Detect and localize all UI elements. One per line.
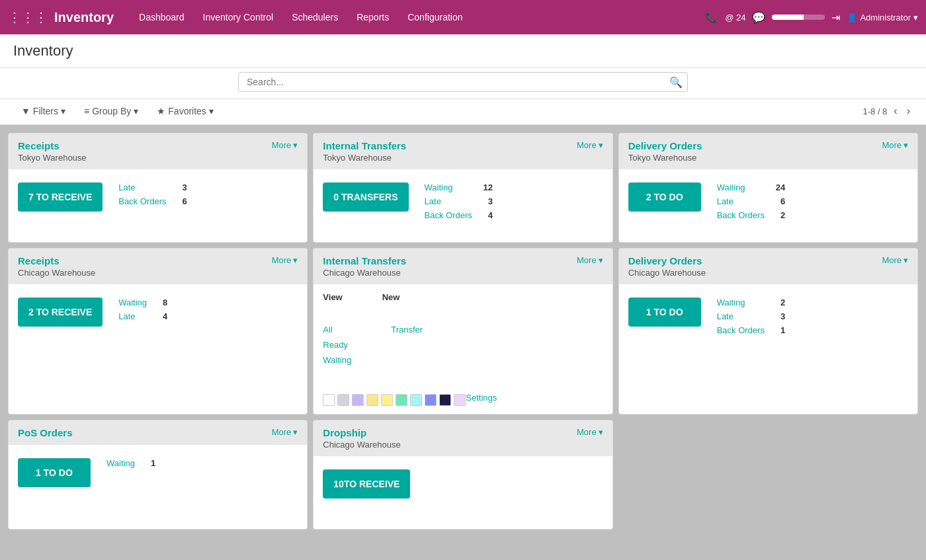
dropdown-all[interactable]: All — [323, 323, 351, 336]
stat-label-waiting[interactable]: Waiting — [118, 298, 147, 307]
menu-dashboard[interactable]: Dashboard — [131, 8, 192, 26]
search-button[interactable]: 🔍 — [669, 76, 683, 89]
swatch-gray[interactable] — [337, 394, 349, 406]
search-input-wrap: 🔍 — [238, 72, 688, 92]
stat-label-waiting[interactable]: Waiting — [717, 298, 745, 307]
stat-row-backorders: Back Orders 2 — [717, 210, 785, 220]
action-btn-receipts-chicago[interactable]: 2 TO RECEIVE — [18, 298, 103, 327]
stat-row-late: Late 4 — [118, 311, 167, 321]
card-title: Delivery Orders — [628, 255, 706, 266]
more-label: More — [272, 427, 292, 437]
stat-label-late[interactable]: Late — [717, 196, 734, 206]
dropdown-transfer[interactable]: Transfer — [391, 323, 423, 336]
search-input[interactable] — [238, 72, 688, 92]
menu-reports[interactable]: Reports — [349, 8, 397, 26]
stat-label-backorders[interactable]: Back Orders — [717, 210, 765, 220]
more-button-delivery-tokyo[interactable]: More ▾ — [882, 140, 908, 150]
card-title-area: Receipts Chicago Warehouse — [18, 255, 95, 278]
more-button-internal-tokyo[interactable]: More ▾ — [577, 140, 603, 150]
dropdown-columns: All Ready Waiting Transfer — [323, 323, 423, 366]
stat-label-backorders[interactable]: Back Orders — [717, 325, 765, 335]
stat-label-waiting[interactable]: Waiting — [425, 182, 453, 192]
notification-badge[interactable]: @ 24 — [725, 13, 745, 22]
stat-label-late[interactable]: Late — [118, 311, 135, 321]
card-stats-receipts-tokyo: Late 3 Back Orders 6 — [118, 182, 187, 206]
stat-label-waiting[interactable]: Waiting — [106, 458, 135, 468]
favorites-button[interactable]: ★ Favorites ▾ — [149, 103, 222, 119]
more-button-internal-chicago[interactable]: More ▾ — [577, 255, 603, 265]
brand-name[interactable]: Inventory — [54, 10, 114, 25]
action-btn-dropship[interactable]: 10TO RECEIVE — [323, 469, 410, 499]
card-body-delivery-chicago: 1 TO DO Waiting 2 Late 3 Back Orders 1 — [619, 284, 917, 357]
menu-configuration[interactable]: Configuration — [400, 8, 470, 26]
dropdown-view-heading: View — [323, 292, 342, 302]
login-icon[interactable]: ⇥ — [831, 11, 840, 24]
menu-schedulers[interactable]: Schedulers — [284, 8, 346, 26]
stat-label-waiting[interactable]: Waiting — [717, 182, 745, 192]
chat-icon[interactable]: 💬 — [752, 11, 765, 24]
more-button-receipts-chicago[interactable]: More ▾ — [272, 255, 298, 265]
card-subtitle: Chicago Warehouse — [323, 440, 400, 450]
favorites-label: Favorites — [168, 106, 206, 116]
more-button-receipts-tokyo[interactable]: More ▾ — [272, 140, 298, 150]
stat-label-late[interactable]: Late — [717, 311, 734, 321]
grid-icon[interactable]: ⋮⋮⋮ — [8, 9, 48, 25]
card-subtitle: Tokyo Warehouse — [18, 153, 87, 163]
more-label: More — [882, 140, 902, 150]
dropdown-ready[interactable]: Ready — [323, 339, 351, 351]
prev-page-button[interactable]: ‹ — [891, 104, 900, 118]
action-btn-receipts-tokyo[interactable]: 7 TO RECEIVE — [18, 182, 103, 212]
settings-link[interactable]: Settings — [466, 393, 497, 403]
more-chevron-icon: ▾ — [599, 255, 603, 265]
phone-icon[interactable]: 📞 — [705, 11, 718, 24]
action-btn-delivery-tokyo[interactable]: 2 TO DO — [628, 182, 701, 212]
page-title: Inventory — [13, 42, 73, 59]
card-title: Dropship — [323, 427, 400, 438]
groupby-button[interactable]: ≡ Group By ▾ — [76, 103, 146, 119]
card-title: PoS Orders — [18, 427, 73, 438]
more-chevron-icon: ▾ — [293, 140, 298, 150]
more-label: More — [577, 255, 597, 265]
swatch-indigo[interactable] — [425, 394, 437, 406]
action-btn-pos[interactable]: 1 TO DO — [18, 458, 91, 487]
user-menu[interactable]: 👤 Administrator ▾ — [847, 13, 918, 22]
filters-chevron: ▾ — [61, 106, 65, 116]
menu-inventory-control[interactable]: Inventory Control — [195, 8, 282, 26]
swatch-yellow2[interactable] — [381, 394, 393, 406]
user-dropdown-icon: ▾ — [913, 13, 918, 22]
action-btn-internal-tokyo[interactable]: 0 TRANSFERS — [323, 182, 408, 212]
swatch-yellow1[interactable] — [366, 394, 378, 406]
swatch-dark[interactable] — [439, 394, 451, 406]
stat-row-late: Late 3 — [717, 311, 785, 321]
card-receipts-tokyo: Receipts Tokyo Warehouse More ▾ 7 TO REC… — [8, 133, 308, 243]
card-header-internal-chicago: Internal Transfers Chicago Warehouse Mor… — [314, 249, 612, 284]
card-body-receipts-chicago: 2 TO RECEIVE Waiting 8 Late 4 — [9, 284, 307, 357]
pagination-controls: 1-8 / 8 ‹ › — [863, 104, 913, 118]
action-btn-delivery-chicago[interactable]: 1 TO DO — [628, 298, 701, 327]
swatch-green[interactable] — [396, 394, 407, 406]
next-page-button[interactable]: › — [904, 104, 913, 118]
card-title-area: Receipts Tokyo Warehouse — [18, 140, 87, 163]
more-button-dropship[interactable]: More ▾ — [577, 427, 603, 437]
stat-label-late[interactable]: Late — [118, 182, 135, 192]
dropdown-waiting[interactable]: Waiting — [323, 354, 351, 366]
dropdown-header-row: View New — [323, 292, 400, 302]
card-delivery-orders-chicago: Delivery Orders Chicago Warehouse More ▾… — [618, 248, 918, 415]
swatch-white[interactable] — [323, 394, 335, 406]
more-button-delivery-chicago[interactable]: More ▾ — [882, 255, 908, 265]
filter-buttons: ▼ Filters ▾ ≡ Group By ▾ ★ Favorites ▾ — [13, 103, 222, 119]
groupby-label: Group By — [92, 106, 131, 116]
stat-value-late: 3 — [780, 311, 785, 321]
swatch-purple[interactable] — [352, 394, 364, 406]
filters-button[interactable]: ▼ Filters ▾ — [13, 103, 73, 119]
filter-icon: ▼ — [21, 106, 30, 116]
more-button-pos[interactable]: More ▾ — [272, 427, 298, 437]
swatch-cyan[interactable] — [410, 394, 422, 406]
swatch-lavender[interactable] — [454, 394, 466, 406]
stat-label-backorders[interactable]: Back Orders — [118, 196, 166, 206]
stat-row-backorders: Back Orders 1 — [717, 325, 785, 335]
card-subtitle: Chicago Warehouse — [323, 268, 406, 278]
stat-row-backorders: Back Orders 4 — [425, 210, 493, 220]
stat-label-backorders[interactable]: Back Orders — [425, 210, 472, 220]
stat-label-late[interactable]: Late — [425, 196, 441, 206]
